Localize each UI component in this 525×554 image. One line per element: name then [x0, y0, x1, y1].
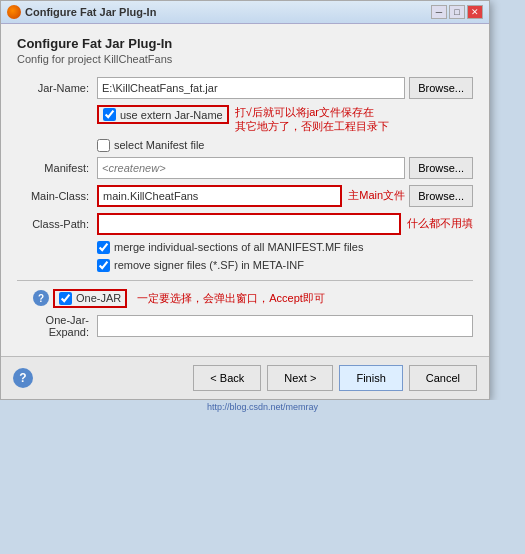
jar-name-row: Jar-Name: Browse...	[17, 77, 473, 99]
one-jar-checkbox[interactable]	[59, 292, 72, 305]
use-extern-checkbox[interactable]	[103, 108, 116, 121]
one-jar-expand-input[interactable]	[97, 315, 473, 337]
remove-signer-checkbox[interactable]	[97, 259, 110, 272]
one-jar-help-icon[interactable]: ?	[33, 290, 49, 306]
class-path-row: Class-Path: 什么都不用填	[17, 213, 473, 235]
remove-signer-row: remove signer files (*.SF) in META-INF	[17, 259, 473, 272]
manifest-input[interactable]	[97, 157, 405, 179]
jar-name-label: Jar-Name:	[17, 82, 97, 94]
select-manifest-checkbox[interactable]	[97, 139, 110, 152]
footer-help-icon[interactable]: ?	[13, 368, 33, 388]
merge-label: merge individual-sections of all MANIFES…	[114, 241, 363, 253]
title-bar: Configure Fat Jar Plug-In ─ □ ✕	[1, 1, 489, 24]
dialog-title: Configure Fat Jar Plug-In	[17, 36, 473, 51]
minimize-button[interactable]: ─	[431, 5, 447, 19]
jar-name-browse-button[interactable]: Browse...	[409, 77, 473, 99]
window-title: Configure Fat Jar Plug-In	[25, 6, 156, 18]
manifest-label: Manifest:	[17, 162, 97, 174]
footer: ? < Back Next > Finish Cancel	[1, 356, 489, 399]
manifest-row: Manifest: Browse...	[17, 157, 473, 179]
class-path-label: Class-Path:	[17, 218, 97, 230]
class-path-input[interactable]	[97, 213, 401, 235]
one-jar-annotation: 一定要选择，会弹出窗口，Accept即可	[137, 291, 325, 305]
close-button[interactable]: ✕	[467, 5, 483, 19]
remove-signer-label: remove signer files (*.SF) in META-INF	[114, 259, 304, 271]
use-extern-checkbox-wrap: use extern Jar-Name	[97, 105, 229, 124]
dialog-subtitle: Config for project KillCheatFans	[17, 53, 473, 65]
back-button[interactable]: < Back	[193, 365, 261, 391]
watermark: http://blog.csdn.net/memray	[0, 400, 525, 416]
use-extern-label: use extern Jar-Name	[120, 109, 223, 121]
next-button[interactable]: Next >	[267, 365, 333, 391]
one-jar-row: ? One-JAR 一定要选择，会弹出窗口，Accept即可	[17, 289, 473, 308]
jar-name-input[interactable]	[97, 77, 405, 99]
use-extern-annotation: 打√后就可以将jar文件保存在其它地方了，否则在工程目录下	[235, 105, 389, 134]
select-manifest-row: select Manifest file	[17, 139, 473, 152]
cancel-button[interactable]: Cancel	[409, 365, 477, 391]
one-jar-checkbox-wrap: One-JAR	[53, 289, 127, 308]
one-jar-label: One-JAR	[76, 292, 121, 304]
maximize-button[interactable]: □	[449, 5, 465, 19]
one-jar-expand-row: One-Jar-Expand:	[17, 314, 473, 338]
main-class-annotation: 主Main文件	[348, 188, 405, 202]
window-icon	[7, 5, 21, 19]
merge-checkbox[interactable]	[97, 241, 110, 254]
manifest-browse-button[interactable]: Browse...	[409, 157, 473, 179]
class-path-annotation: 什么都不用填	[407, 216, 473, 230]
one-jar-expand-label: One-Jar-Expand:	[17, 314, 97, 338]
main-class-input[interactable]	[97, 185, 342, 207]
main-class-row: Main-Class: 主Main文件 Browse...	[17, 185, 473, 207]
main-class-label: Main-Class:	[17, 190, 97, 202]
main-class-browse-button[interactable]: Browse...	[409, 185, 473, 207]
merge-row: merge individual-sections of all MANIFES…	[17, 241, 473, 254]
finish-button[interactable]: Finish	[339, 365, 402, 391]
select-manifest-label: select Manifest file	[114, 139, 204, 151]
